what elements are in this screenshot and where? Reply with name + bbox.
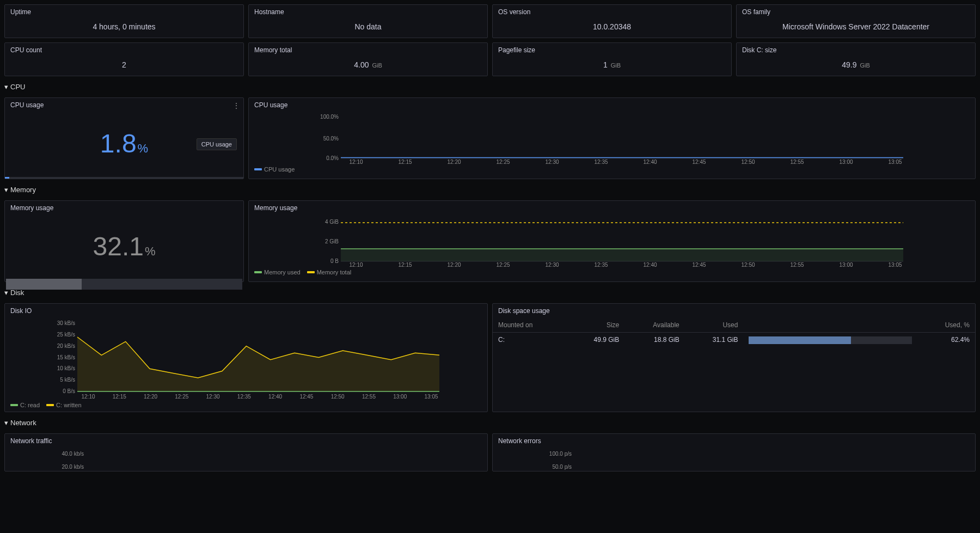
stat-value: 2 [5, 57, 243, 76]
chevron-down-icon: ▾ [4, 289, 8, 297]
svg-text:13:05: 13:05 [424, 394, 438, 400]
svg-text:12:15: 12:15 [398, 159, 412, 164]
stat-disk-c-size[interactable]: Disk C: size 49.9 GiB [736, 42, 976, 76]
section-network[interactable]: ▾ Network [4, 416, 976, 429]
section-title: Disk [10, 289, 24, 297]
svg-text:50.0 p/s: 50.0 p/s [552, 464, 572, 470]
stat-label: OS family [737, 5, 975, 19]
svg-text:12:25: 12:25 [496, 159, 510, 164]
panel-cpu-chart[interactable]: CPU usage 100.0% 50.0% 0.0% 12:1012:1512… [248, 97, 976, 179]
panel-network-errors[interactable]: Network errors 100.0 p/s 50.0 p/s [492, 433, 976, 471]
usage-bar [749, 336, 912, 344]
th-used[interactable]: Used [685, 318, 744, 333]
stat-label: OS version [493, 5, 731, 19]
stat-label: CPU count [5, 43, 243, 57]
net-errors-chart: 100.0 p/s 50.0 p/s [493, 448, 975, 470]
tooltip: CPU usage [197, 138, 237, 150]
panel-network-traffic[interactable]: Network traffic 40.0 kb/s 20.0 kb/s [4, 433, 488, 471]
svg-text:12:10: 12:10 [81, 394, 95, 400]
memory-chart: 4 GiB 2 GiB 0 B 12:1012:1512:2012:2512:3… [249, 215, 975, 267]
stat-label: Pagefile size [493, 43, 731, 57]
svg-text:5 kB/s: 5 kB/s [60, 377, 75, 383]
stat-value: 1 GiB [493, 57, 731, 76]
panel-title: Network errors [493, 434, 975, 448]
th-usedpct[interactable]: Used, % [917, 318, 975, 333]
th-mount[interactable]: Mounted on [493, 318, 566, 333]
legend: C: read C: written [5, 400, 487, 411]
svg-text:12:25: 12:25 [175, 394, 188, 400]
svg-text:12:20: 12:20 [144, 394, 157, 400]
panel-title: CPU usage [5, 98, 243, 112]
section-memory[interactable]: ▾ Memory [4, 183, 976, 196]
svg-text:13:05: 13:05 [888, 159, 902, 164]
stat-label: Disk C: size [737, 43, 975, 57]
svg-text:13:00: 13:00 [393, 394, 407, 400]
svg-text:50.0%: 50.0% [323, 136, 339, 142]
panel-title: Disk space usage [493, 304, 975, 318]
net-traffic-chart: 40.0 kb/s 20.0 kb/s [5, 448, 487, 470]
svg-text:30 kB/s: 30 kB/s [57, 320, 75, 326]
svg-text:12:35: 12:35 [594, 262, 608, 267]
disk-space-table: Mounted on Size Available Used Used, % C… [493, 318, 975, 347]
panel-title: Network traffic [5, 434, 487, 448]
svg-text:0 B/s: 0 B/s [63, 388, 75, 394]
svg-text:12:10: 12:10 [349, 262, 363, 267]
stat-value: 4 hours, 0 minutes [5, 19, 243, 38]
panel-disk-io[interactable]: Disk IO 0 B/s5 kB/s10 kB/s15 kB/s20 kB/s… [4, 303, 488, 412]
section-title: Network [10, 419, 36, 427]
svg-text:20 kB/s: 20 kB/s [57, 343, 75, 349]
cpu-chart: 100.0% 50.0% 0.0% 12:1012:1512:2012:2512… [249, 112, 975, 164]
stat-label: Hostname [249, 5, 487, 19]
memory-gauge-value: 32.1% [5, 215, 243, 278]
legend: Memory used Memory total [249, 267, 975, 278]
table-row[interactable]: C: 49.9 GiB 18.8 GiB 31.1 GiB 62.4% [493, 333, 975, 347]
panel-memory-gauge[interactable]: Memory usage 32.1% [4, 200, 244, 282]
stat-value: No data [249, 19, 487, 38]
svg-text:12:30: 12:30 [206, 394, 220, 400]
svg-text:12:20: 12:20 [447, 262, 461, 267]
chevron-down-icon: ▾ [4, 186, 8, 194]
svg-text:12:35: 12:35 [594, 159, 608, 164]
stat-cpu-count[interactable]: CPU count 2 [4, 42, 244, 76]
stat-pagefile-size[interactable]: Pagefile size 1 GiB [492, 42, 732, 76]
svg-text:2 GiB: 2 GiB [325, 238, 339, 244]
stat-uptime[interactable]: Uptime 4 hours, 0 minutes [4, 4, 244, 38]
stat-label: Uptime [5, 5, 243, 19]
th-avail[interactable]: Available [624, 318, 685, 333]
stat-label: Memory total [249, 43, 487, 57]
stat-hostname[interactable]: Hostname No data [248, 4, 488, 38]
svg-text:12:50: 12:50 [741, 262, 755, 267]
panel-disk-space[interactable]: Disk space usage Mounted on Size Availab… [492, 303, 976, 412]
svg-text:0.0%: 0.0% [326, 155, 339, 161]
svg-text:100.0%: 100.0% [320, 114, 339, 120]
svg-text:12:55: 12:55 [790, 159, 804, 164]
th-size[interactable]: Size [566, 318, 625, 333]
svg-text:12:55: 12:55 [790, 262, 804, 267]
svg-text:0 B: 0 B [330, 258, 339, 264]
panel-menu-icon[interactable]: ⋮ [232, 101, 240, 110]
svg-text:12:40: 12:40 [268, 394, 282, 400]
section-cpu[interactable]: ▾ CPU [4, 81, 976, 93]
panel-cpu-gauge[interactable]: CPU usage ⋮ 1.8% CPU usage [4, 97, 244, 179]
stat-memory-total[interactable]: Memory total 4.00 GiB [248, 42, 488, 76]
svg-text:12:40: 12:40 [643, 159, 657, 164]
gauge-bar [6, 279, 242, 290]
svg-text:40.0 kb/s: 40.0 kb/s [62, 451, 84, 457]
chevron-down-icon: ▾ [4, 419, 8, 427]
svg-text:13:05: 13:05 [888, 262, 902, 267]
disk-io-chart: 0 B/s5 kB/s10 kB/s15 kB/s20 kB/s25 kB/s3… [5, 318, 487, 400]
stat-os-version[interactable]: OS version 10.0.20348 [492, 4, 732, 38]
svg-text:10 kB/s: 10 kB/s [57, 365, 75, 371]
panel-memory-chart[interactable]: Memory usage 4 GiB 2 GiB 0 B 12:1012:151… [248, 200, 976, 282]
panel-title: Disk IO [5, 304, 487, 318]
svg-text:12:30: 12:30 [545, 262, 559, 267]
stat-os-family[interactable]: OS family Microsoft Windows Server 2022 … [736, 4, 976, 38]
gauge-bar [5, 177, 243, 179]
svg-text:12:30: 12:30 [545, 159, 559, 164]
svg-text:15 kB/s: 15 kB/s [57, 354, 75, 360]
panel-title: CPU usage [249, 98, 975, 112]
svg-text:20.0 kb/s: 20.0 kb/s [62, 464, 84, 470]
stat-value: 49.9 GiB [737, 57, 975, 76]
section-title: Memory [10, 186, 36, 194]
svg-text:13:00: 13:00 [839, 159, 853, 164]
